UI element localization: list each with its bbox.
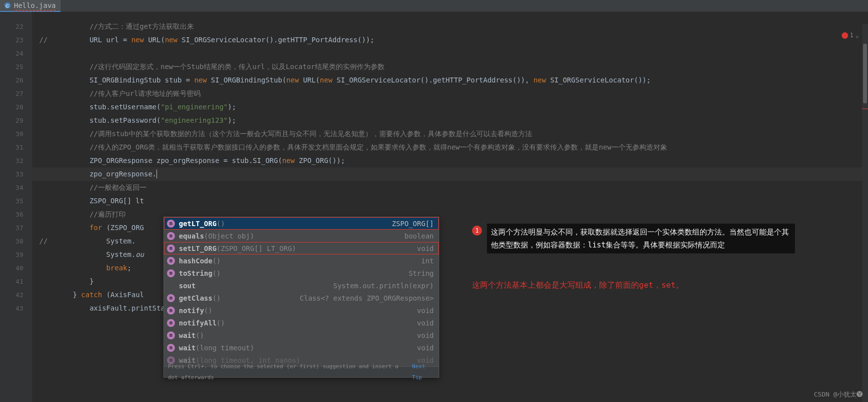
code-line[interactable]: //传入客户url请求地址的账号密码	[32, 87, 868, 100]
completion-item[interactable]: mequals(Object obj)boolean	[164, 230, 439, 242]
code-line[interactable]: //这行代码固定形式，new一个Stub结尾的类，传入url，以及Locator…	[32, 60, 868, 74]
completion-return-type: String	[408, 269, 434, 277]
gutter-line: 31	[0, 141, 32, 154]
gutter-line: 32	[0, 154, 32, 167]
gutter-line: 26	[0, 74, 32, 87]
annotation-bubble: 1 这两个方法明显与众不同，获取数据就选择返回一个实体类数组的方法。当然也可能是…	[487, 224, 795, 253]
completion-item[interactable]: mtoString()String	[164, 267, 439, 279]
method-icon: m	[167, 319, 175, 327]
gutter-line: 23	[0, 33, 32, 47]
vertical-scrollbar[interactable]	[862, 24, 868, 402]
code-line[interactable]: break;	[32, 261, 868, 275]
method-icon	[167, 282, 175, 290]
completion-name: getClass()	[179, 294, 221, 302]
code-line[interactable]: zpo_orgResponse.	[32, 167, 868, 181]
code-line[interactable]: ZPO_ORGResponse zpo_orgResponse = stub.S…	[32, 154, 868, 167]
code-line[interactable]: //遍历打印	[32, 208, 868, 221]
error-dot-icon	[842, 32, 848, 39]
completion-item[interactable]: mhashCode()int	[164, 254, 439, 267]
completion-item[interactable]: soutSystem.out.println(expr)	[164, 279, 439, 292]
method-icon: m	[167, 232, 175, 240]
completion-return-type: void	[417, 244, 434, 252]
code-line[interactable]: ZSPO_ORG[] lt	[32, 194, 868, 208]
error-indicator[interactable]: 1 ⌄	[842, 32, 859, 39]
gutter-line: 39	[0, 248, 32, 261]
code-line[interactable]: //方式二：通过get方法获取出来	[32, 20, 868, 33]
completion-return-type: ZSPO_ORG[]	[392, 220, 434, 228]
method-icon: m	[167, 294, 175, 302]
completion-name: wait(long timeout, int nanos)	[179, 356, 300, 364]
completion-return-type: void	[417, 319, 434, 327]
code-area[interactable]: //方式二：通过get方法获取出来// URL url = new URL(ne…	[32, 12, 868, 402]
completion-item[interactable]: mgetLT_ORG()ZSPO_ORG[]	[164, 217, 439, 230]
method-icon: m	[167, 257, 175, 265]
chevron-down-icon: ⌄	[856, 32, 859, 39]
code-line[interactable]: axisFault.printStackTrace();	[32, 302, 868, 315]
completion-return-type: void	[417, 331, 434, 339]
method-icon: m	[167, 356, 175, 364]
gutter-line: 24	[0, 47, 32, 60]
java-class-icon: C	[4, 2, 11, 9]
code-line[interactable]: // URL url = new URL(new SI_ORGServiceLo…	[32, 33, 868, 47]
completion-item[interactable]: mwait(long timeout)void	[164, 341, 439, 354]
code-line[interactable]: }	[32, 275, 868, 288]
completion-name: wait(long timeout)	[179, 344, 254, 352]
completion-name: wait()	[179, 331, 204, 339]
gutter-line: 28	[0, 100, 32, 114]
completion-popup: mgetLT_ORG()ZSPO_ORG[]mequals(Object obj…	[163, 217, 439, 378]
method-icon: m	[167, 307, 175, 315]
method-icon: m	[167, 331, 175, 339]
gutter-line: 25	[0, 60, 32, 74]
gutter-line: 36	[0, 208, 32, 221]
gutter-line: 22	[0, 20, 32, 33]
completion-item[interactable]: mwait()void	[164, 329, 439, 341]
code-line[interactable]: SI_ORGBindingStub stub = new SI_ORGBindi…	[32, 74, 868, 87]
completion-name: getLT_ORG()	[179, 220, 225, 228]
gutter-line: 37	[0, 221, 32, 235]
gutter-line: 29	[0, 114, 32, 127]
completion-name: notifyAll()	[179, 319, 225, 327]
completion-return-type: System.out.println(expr)	[333, 282, 434, 290]
completion-item[interactable]: mgetClass()Class<? extends ZPO_ORGRespon…	[164, 292, 439, 304]
completion-item[interactable]: mwait(long timeout, int nanos)void	[164, 354, 439, 366]
completion-name: equals(Object obj)	[179, 232, 254, 240]
gutter-line: 30	[0, 127, 32, 141]
code-line[interactable]: stub.setPassword("engineering123");	[32, 114, 868, 127]
method-icon: m	[167, 244, 175, 252]
annotation-line2: 这两个方法基本上都会是大写组成，除了前面的get，set。	[472, 280, 684, 291]
code-line[interactable]: } catch (AxisFaul	[32, 288, 868, 302]
code-line[interactable]: stub.setUsername("pi_engineering");	[32, 100, 868, 114]
gutter-line: 41	[0, 275, 32, 288]
completion-name: setLT_ORG(ZSPO_ORG[] LT_ORG)	[179, 244, 296, 252]
gutter-line: 38	[0, 235, 32, 248]
annotation-badge: 1	[472, 226, 482, 236]
completion-item[interactable]: mnotify()void	[164, 304, 439, 317]
completion-item[interactable]: mnotifyAll()void	[164, 317, 439, 329]
svg-text:C: C	[6, 3, 9, 8]
code-line[interactable]: //传入的ZPO_ORG类，就相当于获取客户数据接口传入的参数，具体开发文档里面…	[32, 141, 868, 154]
completion-item[interactable]: msetLT_ORG(ZSPO_ORG[] LT_ORG)void	[164, 242, 439, 254]
editor: 2223242526272829303132333435363738394041…	[0, 12, 868, 402]
completion-return-type: void	[417, 307, 434, 315]
completion-name: notify()	[179, 307, 212, 315]
gutter-line: 34	[0, 181, 32, 194]
gutter-line: 27	[0, 87, 32, 100]
completion-return-type: Class<? extends ZPO_ORGResponse>	[300, 294, 434, 302]
watermark: CSDN @小犹太🅨	[814, 390, 863, 399]
code-line[interactable]: //调用stub中的某个获取数据的方法（这个方法一般会大写而且与众不同，无法见名…	[32, 127, 868, 141]
code-line[interactable]	[32, 47, 868, 60]
completion-return-type: void	[417, 356, 434, 364]
gutter-line: 33	[0, 167, 32, 181]
gutter-line: 40	[0, 261, 32, 275]
scrollbar-thumb[interactable]	[863, 44, 867, 103]
tab-hello-java[interactable]: C Hello.java	[0, 0, 61, 12]
completion-return-type: int	[421, 257, 434, 265]
annotation-text: 这两个方法明显与众不同，获取数据就选择返回一个实体类数组的方法。当然也可能是个其…	[491, 228, 789, 249]
completion-name: hashCode()	[179, 257, 221, 265]
completion-name: toString()	[179, 269, 221, 277]
gutter-line: 35	[0, 194, 32, 208]
code-line[interactable]: //一般都会返回一	[32, 181, 868, 194]
completion-hint: Press Ctrl+. to choose the selected (or …	[164, 366, 439, 377]
tab-label: Hello.java	[14, 1, 56, 9]
error-marker[interactable]	[862, 108, 868, 109]
